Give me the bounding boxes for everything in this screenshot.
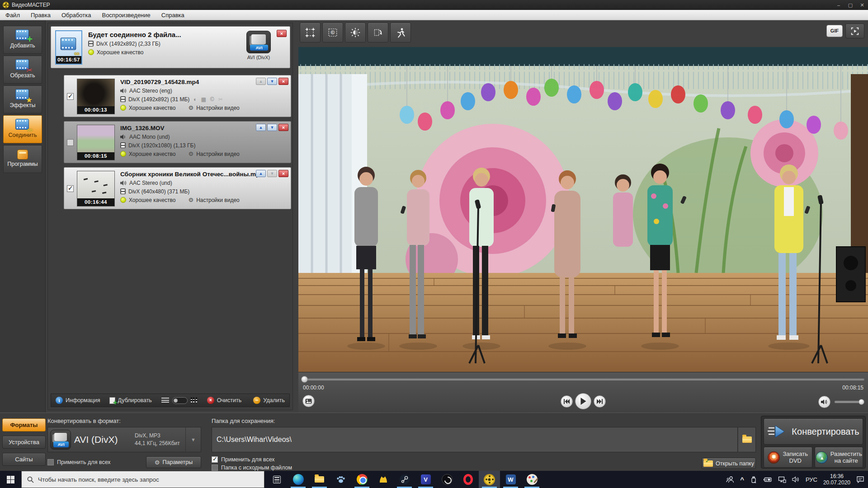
taskbar-task-view-icon[interactable] [266,471,288,488]
clock[interactable]: 16:36 20.07.2020 [823,473,850,486]
mute-button[interactable] [818,396,830,408]
seek-slider[interactable] [302,378,864,380]
menu-file[interactable]: Файл [0,12,25,19]
language-indicator[interactable]: РУС [806,476,817,483]
tab-sites[interactable]: Сайты [2,453,46,466]
delete-button[interactable]: Удалить [253,397,285,404]
remove-file-button[interactable] [278,124,288,131]
remove-file-button[interactable] [278,78,288,85]
taskbar-edge-icon[interactable] [288,471,309,488]
crop-mini-icon[interactable] [201,96,206,103]
taskbar-obs-icon[interactable] [436,471,458,488]
file-row[interactable]: 00:16:44 Сборник хроники Великой Отечес.… [64,167,291,209]
trim-mini-icon[interactable] [218,96,223,103]
publish-site-button[interactable]: Разместитьна сайте [815,447,863,468]
parameters-button[interactable]: Параметры [146,456,201,468]
menu-help[interactable]: Справка [156,12,190,19]
tab-devices[interactable]: Устройства [2,436,46,449]
remove-file-button[interactable] [278,170,288,177]
speaker-icon[interactable] [792,476,800,483]
list-view-icon[interactable] [161,398,169,403]
file-row[interactable]: 00:08:15 IMG_1326.MOV AAC Mono (und) Div… [64,121,291,163]
volume-slider[interactable] [835,401,863,403]
taskbar-paint-icon[interactable] [521,471,542,488]
taskbar-paw-app-icon[interactable] [330,471,351,488]
file-checkbox[interactable] [67,139,74,146]
taskbar-videomaster-icon[interactable] [479,471,500,488]
move-up-button[interactable] [256,78,266,85]
tab-formats[interactable]: Форматы [2,418,46,432]
taskbar-chrome-icon[interactable] [351,471,373,488]
chevron-down-icon[interactable] [185,427,201,452]
brightness-mini-icon[interactable] [193,96,197,103]
video-settings-link[interactable]: Настройки видео [196,105,240,111]
taskbar-search[interactable] [21,471,264,488]
file-checkbox[interactable] [67,93,74,100]
sidebar-item-programs[interactable]: Программы [3,145,42,173]
menu-playback[interactable]: Воспроизведение [96,12,156,19]
close-button[interactable] [856,2,868,8]
gif-button[interactable]: GIF [826,25,843,37]
file-row[interactable]: 00:00:13 VID_20190729_145428.mp4 AAC Ste… [64,75,291,117]
move-up-button[interactable] [256,170,266,177]
apply-path-all-checkbox[interactable] [212,456,218,463]
previous-button[interactable] [561,395,573,408]
maximize-button[interactable] [844,2,856,8]
move-down-button[interactable] [267,124,277,131]
burn-dvd-button[interactable]: ЗаписатьDVD [764,447,812,468]
crop-button[interactable] [300,23,321,42]
remove-output-button[interactable] [277,30,287,37]
save-path-input[interactable] [212,427,738,452]
rotate-button[interactable] [368,23,388,42]
start-button[interactable] [0,471,21,488]
file-checkbox[interactable] [67,185,74,192]
taskbar-v-app-icon[interactable] [415,471,436,488]
duplicate-button[interactable]: Дублировать [109,397,152,404]
snapshot-button[interactable] [302,395,315,407]
network-icon[interactable] [778,476,786,483]
battery-icon[interactable] [763,477,772,483]
clear-button[interactable]: Очистить [207,397,241,404]
move-up-button[interactable] [256,124,266,131]
fullscreen-button[interactable] [845,23,864,38]
people-icon[interactable] [726,476,734,483]
source-folder-checkbox[interactable] [212,465,218,471]
hidden-icons-chevron[interactable] [740,476,744,483]
video-settings-link[interactable]: Настройки видео [196,197,240,203]
sidebar-item-join[interactable]: Соединить [3,115,42,143]
sidebar-item-effects[interactable]: Эффекты [3,85,42,113]
move-down-button[interactable] [267,170,277,177]
volume-thumb[interactable] [859,399,864,405]
menu-edit[interactable]: Правка [25,12,56,19]
video-settings-link[interactable]: Настройки видео [196,151,240,157]
sidebar-item-trim[interactable]: Обрезать [3,56,42,84]
play-button[interactable] [575,393,591,409]
open-folder-button[interactable]: ✓ Открыть папку [702,458,756,469]
move-down-button[interactable] [267,78,277,85]
notification-center-icon[interactable] [856,476,864,483]
speed-effects-button[interactable] [390,23,411,42]
usb-icon[interactable] [750,476,757,483]
seek-thumb[interactable] [301,376,308,383]
taskbar-yellow-app-icon[interactable] [373,471,394,488]
taskbar-opera-icon[interactable] [458,471,479,488]
search-input[interactable] [38,476,246,483]
watermark-button[interactable]: © [322,23,343,42]
taskbar-explorer-icon[interactable] [309,471,330,488]
watermark-mini-icon[interactable] [210,96,214,103]
browse-folder-button[interactable] [738,427,756,452]
menu-processing[interactable]: Обработка [56,12,97,19]
convert-button[interactable]: Конвертировать [764,418,863,445]
grid-view-icon[interactable] [191,398,198,403]
sidebar-item-add[interactable]: Добавить [3,26,42,54]
info-button[interactable]: Информация [56,397,100,404]
view-toggle[interactable] [172,397,188,404]
file-name: IMG_1326.MOV [120,125,267,131]
format-selector[interactable]: AVI AVI (DivX) DivX, MP3 44,1 КГц, 256Кб… [47,427,201,452]
apply-format-all-checkbox[interactable] [47,459,54,465]
taskbar-steam-icon[interactable] [394,471,415,488]
next-button[interactable] [594,395,606,408]
brightness-button[interactable] [345,23,366,42]
taskbar-word-icon[interactable] [500,471,521,488]
minimize-button[interactable] [833,2,844,8]
